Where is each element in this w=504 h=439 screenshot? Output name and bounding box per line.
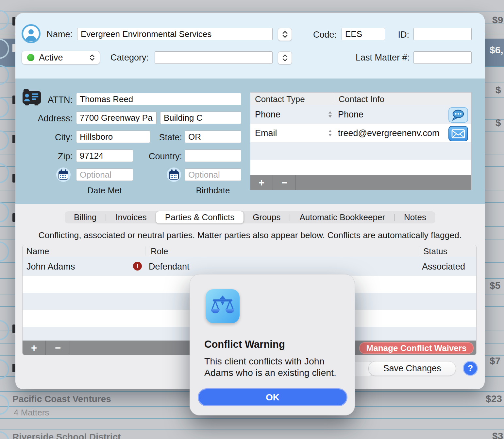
- sort-arrows-icon[interactable]: [328, 130, 332, 137]
- attn-input[interactable]: [76, 93, 241, 105]
- date-met-calendar-icon[interactable]: [56, 167, 71, 182]
- contact-row-empty: [250, 142, 471, 160]
- birthdate-input[interactable]: [185, 168, 241, 181]
- add-party-button[interactable]: +: [23, 341, 46, 355]
- date-met-input[interactable]: [76, 168, 133, 181]
- remove-contact-button[interactable]: −: [273, 175, 296, 190]
- date-met-label: Date Met: [76, 185, 133, 196]
- row-amount: $6,: [490, 44, 503, 56]
- remove-party-button[interactable]: −: [46, 341, 70, 355]
- up-down-stepper-icon: [282, 30, 288, 39]
- header-divider[interactable]: [420, 246, 420, 255]
- contact-table-header: Contact Type Contact Info: [250, 93, 471, 105]
- contact-info-header[interactable]: Contact Info: [339, 94, 384, 104]
- conflict-flag-icon: !: [133, 262, 142, 271]
- last-matter-label: Last Matter #:: [342, 53, 410, 63]
- header-divider[interactable]: [334, 94, 334, 104]
- address-book-icon: [22, 89, 41, 106]
- header-divider[interactable]: [145, 246, 145, 255]
- row-divider-line: [0, 418, 504, 419]
- conflicts-description: Conflicting, associated or neutral parti…: [15, 230, 485, 240]
- name-column-header[interactable]: Name: [26, 246, 49, 256]
- code-input[interactable]: [342, 28, 385, 40]
- role-column-header[interactable]: Role: [151, 246, 168, 256]
- contact-table-toolbar: + −: [250, 175, 471, 190]
- party-role-cell: Defendant: [149, 262, 190, 272]
- client-row-details: 4 Matters: [14, 408, 49, 418]
- add-contact-button[interactable]: +: [250, 175, 273, 190]
- client-avatar-icon: [22, 24, 41, 43]
- client-avatar-circle: [0, 97, 9, 118]
- row-amount: $9: [492, 14, 503, 26]
- occluded-text-fragment: [12, 135, 15, 143]
- status-select[interactable]: Active: [22, 51, 100, 64]
- id-label: ID:: [381, 30, 409, 40]
- manage-conflict-waivers-button[interactable]: Manage Conflict Waivers: [359, 342, 474, 354]
- client-avatar-circle: [0, 395, 9, 415]
- last-matter-input[interactable]: [413, 51, 472, 64]
- dialog-title: Conflict Warning: [204, 339, 285, 350]
- message-bubble-icon[interactable]: [448, 107, 468, 123]
- row-amount: $: [496, 117, 501, 128]
- ok-button[interactable]: OK: [198, 388, 347, 406]
- id-input[interactable]: [413, 28, 472, 40]
- category-input[interactable]: [155, 51, 273, 64]
- chevron-up-down-icon: [89, 53, 95, 62]
- status-column-header[interactable]: Status: [423, 246, 447, 256]
- client-avatar-circle: [0, 10, 9, 30]
- client-row-name[interactable]: Pacific Coast Ventures: [12, 394, 111, 404]
- detail-tab-bar: Billing Invoices Parties & Conflicts Gro…: [65, 211, 435, 223]
- contact-type-header[interactable]: Contact Type: [255, 94, 305, 104]
- contact-row[interactable]: Phone Phone: [250, 105, 471, 124]
- city-label: City:: [41, 132, 73, 143]
- contact-info-cell: treed@evergreenenv.com: [338, 128, 440, 138]
- address-line1-input[interactable]: [76, 112, 157, 124]
- tab-notes[interactable]: Notes: [395, 211, 435, 223]
- occluded-text-fragment: [12, 213, 15, 222]
- occluded-text-fragment: [12, 174, 15, 183]
- contact-type-cell: Email: [255, 128, 277, 138]
- category-label: Category:: [109, 53, 149, 63]
- tab-automatic-bookkeeper[interactable]: Automatic Bookkeeper: [290, 211, 394, 223]
- state-input[interactable]: [185, 131, 241, 143]
- row-amount: $5: [490, 280, 500, 291]
- client-avatar-circle: [0, 431, 9, 439]
- row-amount: $23: [486, 393, 502, 404]
- conflict-warning-dialog: Conflict Warning This client conflicts w…: [190, 274, 355, 415]
- category-stepper-button[interactable]: [278, 51, 292, 64]
- client-avatar-circle: [0, 241, 9, 262]
- city-input[interactable]: [76, 131, 150, 143]
- zip-input[interactable]: [76, 149, 133, 162]
- row-amount: $: [496, 84, 501, 96]
- row-amount: $7: [490, 355, 500, 366]
- occluded-text-fragment: [12, 44, 15, 52]
- occluded-text-fragment: [12, 17, 15, 26]
- scales-of-justice-icon: [206, 289, 240, 323]
- address-line2-input[interactable]: [160, 112, 241, 124]
- tab-invoices[interactable]: Invoices: [106, 211, 156, 223]
- occluded-text-fragment: [12, 325, 15, 333]
- app-screen: $9 $6, $ $ $5 $7 Pacific Coast Ventures …: [0, 0, 504, 439]
- save-changes-button[interactable]: Save Changes: [368, 361, 456, 376]
- contact-row[interactable]: Email treed@evergreenenv.com: [250, 124, 471, 142]
- tab-billing[interactable]: Billing: [65, 211, 106, 223]
- party-row[interactable]: John Adams ! Defendant Associated: [23, 257, 476, 276]
- sort-arrows-icon[interactable]: [328, 111, 332, 118]
- party-name-cell: John Adams: [26, 262, 75, 272]
- country-input[interactable]: [185, 149, 241, 162]
- client-row-name[interactable]: Riverside School District: [12, 432, 121, 439]
- name-stepper-button[interactable]: [278, 28, 292, 41]
- envelope-icon[interactable]: [448, 126, 468, 141]
- row-divider-line: [0, 430, 504, 430]
- address-label: Address:: [36, 114, 73, 124]
- help-button[interactable]: ?: [463, 361, 478, 376]
- name-input[interactable]: [77, 28, 273, 40]
- status-active-dot: [27, 54, 34, 61]
- client-header-section: [15, 13, 485, 79]
- birthdate-calendar-icon[interactable]: [167, 167, 181, 182]
- client-avatar-circle: [0, 202, 9, 222]
- up-down-stepper-icon: [282, 54, 288, 62]
- name-label: Name:: [40, 29, 73, 40]
- tab-parties-conflicts[interactable]: Parties & Conflicts: [156, 211, 244, 223]
- tab-groups[interactable]: Groups: [244, 211, 290, 223]
